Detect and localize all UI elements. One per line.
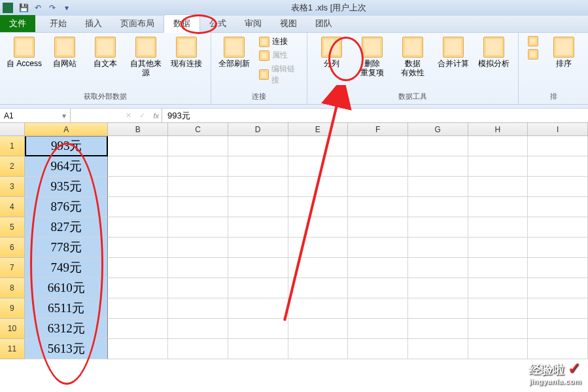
cell[interactable] (408, 197, 468, 217)
cell[interactable] (108, 339, 168, 359)
row-header[interactable]: 5 (0, 217, 25, 238)
connections-button[interactable]: 连接 (258, 35, 302, 48)
cell[interactable] (468, 238, 528, 258)
cell[interactable]: 6511元 (25, 298, 109, 319)
cell[interactable] (108, 197, 168, 217)
tab-view[interactable]: 视图 (271, 15, 306, 32)
existing-connections-button[interactable]: 现有连接 (167, 35, 205, 69)
cell[interactable] (288, 258, 349, 278)
row-header[interactable]: 10 (0, 319, 25, 339)
what-if-button[interactable]: 模拟分析 (475, 35, 513, 69)
cell[interactable] (408, 298, 468, 319)
cell[interactable] (228, 217, 288, 238)
cell[interactable] (288, 217, 349, 238)
cell[interactable] (528, 319, 588, 339)
remove-duplicates-button[interactable]: 删除 重复项 (353, 35, 391, 79)
sort-desc-button[interactable] (527, 48, 540, 60)
row-header[interactable]: 3 (0, 177, 25, 197)
cell[interactable] (168, 156, 228, 177)
cell[interactable]: 6312元 (25, 319, 109, 339)
cell[interactable] (348, 298, 408, 319)
cell[interactable]: 5613元 (25, 339, 109, 359)
cell[interactable] (108, 278, 168, 298)
cell[interactable] (108, 298, 168, 319)
cell[interactable] (468, 217, 528, 238)
cell[interactable] (468, 319, 528, 339)
cell[interactable] (168, 278, 228, 298)
select-all-corner[interactable] (0, 123, 25, 135)
cell[interactable] (528, 339, 588, 359)
cell[interactable] (528, 298, 588, 319)
cell[interactable] (108, 177, 168, 197)
cell[interactable] (168, 197, 228, 217)
cell[interactable] (468, 136, 528, 156)
cell[interactable] (288, 238, 349, 258)
cell[interactable] (468, 339, 528, 359)
cell[interactable] (408, 258, 468, 278)
sort-asc-button[interactable] (527, 35, 540, 47)
col-header-E[interactable]: E (288, 123, 349, 135)
tab-insert[interactable]: 插入 (76, 15, 111, 32)
cell[interactable] (348, 278, 408, 298)
cell[interactable] (348, 258, 408, 278)
cell[interactable] (408, 136, 468, 156)
cell[interactable] (228, 177, 288, 197)
col-header-B[interactable]: B (108, 123, 168, 135)
col-header-G[interactable]: G (408, 123, 468, 135)
cell[interactable]: 749元 (25, 258, 109, 278)
from-web-button[interactable]: 自网站 (46, 35, 84, 69)
cell[interactable] (408, 339, 468, 359)
row-header[interactable]: 9 (0, 298, 25, 319)
name-box[interactable]: A1 ▾ (0, 109, 71, 122)
cell[interactable]: 827元 (25, 217, 109, 238)
redo-icon[interactable]: ↷ (47, 3, 58, 13)
cell[interactable] (468, 258, 528, 278)
row-header[interactable]: 4 (0, 197, 25, 217)
cell[interactable] (348, 136, 408, 156)
row-header[interactable]: 11 (0, 339, 25, 359)
undo-icon[interactable]: ↶ (33, 3, 43, 13)
cell[interactable] (528, 136, 588, 156)
cell[interactable] (528, 177, 588, 197)
tab-review[interactable]: 审阅 (235, 15, 271, 32)
text-to-columns-button[interactable]: 分列 (313, 35, 351, 69)
cell[interactable] (108, 238, 168, 258)
cell[interactable] (108, 136, 168, 156)
cell[interactable] (228, 197, 288, 217)
cell[interactable] (288, 278, 349, 298)
cell[interactable] (528, 197, 588, 217)
cell[interactable] (288, 298, 349, 319)
row-header[interactable]: 7 (0, 258, 25, 278)
cell[interactable] (108, 319, 168, 339)
cell[interactable] (228, 156, 288, 177)
cell[interactable] (528, 278, 588, 298)
cell[interactable] (168, 258, 228, 278)
cell[interactable] (288, 177, 349, 197)
cell[interactable] (168, 298, 228, 319)
cell[interactable] (408, 217, 468, 238)
tab-formulas[interactable]: 公式 (200, 15, 235, 32)
cell[interactable]: 993元 (25, 136, 109, 156)
cell[interactable] (168, 319, 228, 339)
from-other-button[interactable]: 自其他来源 (127, 35, 165, 79)
cell[interactable] (228, 339, 288, 359)
cell[interactable] (168, 177, 228, 197)
cell[interactable]: 935元 (25, 177, 109, 197)
col-header-D[interactable]: D (228, 123, 288, 135)
tab-data[interactable]: 数据 (164, 14, 200, 33)
cell[interactable]: 876元 (25, 197, 109, 217)
cell[interactable] (348, 177, 408, 197)
cell[interactable] (228, 258, 288, 278)
cell[interactable] (348, 197, 408, 217)
from-text-button[interactable]: 自文本 (86, 35, 124, 69)
cell[interactable] (288, 156, 349, 177)
col-header-H[interactable]: H (468, 123, 528, 135)
col-header-I[interactable]: I (528, 123, 588, 135)
cell[interactable] (108, 217, 168, 238)
cell[interactable] (228, 278, 288, 298)
cell[interactable] (228, 319, 288, 339)
tab-team[interactable]: 团队 (306, 15, 341, 32)
cell[interactable] (408, 319, 468, 339)
cell[interactable] (468, 197, 528, 217)
cell[interactable] (468, 278, 528, 298)
